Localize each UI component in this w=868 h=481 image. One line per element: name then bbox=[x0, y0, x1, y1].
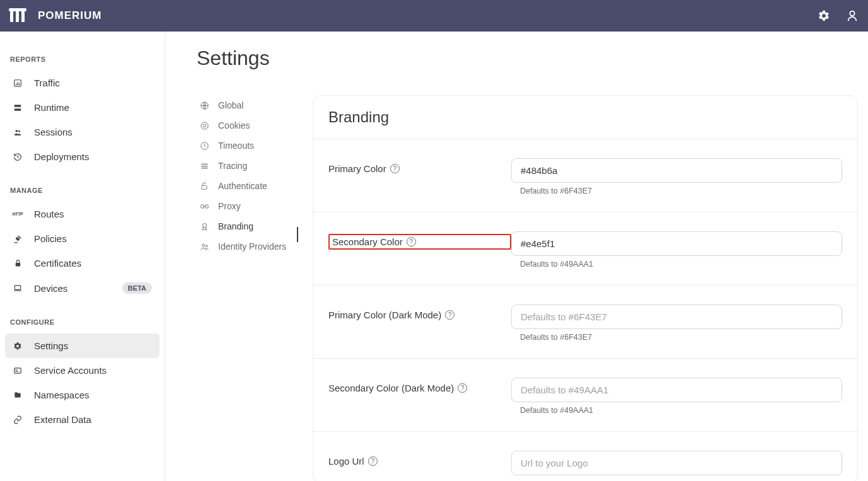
input-primary-color[interactable] bbox=[511, 158, 842, 183]
gear-icon[interactable] bbox=[818, 9, 830, 22]
proxy-icon bbox=[199, 202, 209, 211]
subnav-item-label: Authenticate bbox=[218, 181, 267, 191]
subnav-item-branding[interactable]: Branding bbox=[197, 216, 298, 236]
svg-point-21 bbox=[205, 124, 205, 125]
form-helper-text: Defaults to #49AAA1 bbox=[511, 256, 842, 277]
form-label-text: Primary Color bbox=[328, 163, 386, 174]
subnav-item-label: Proxy bbox=[218, 201, 241, 211]
sidebar-item-label: Traffic bbox=[34, 78, 152, 88]
brand[interactable]: POMERIUM bbox=[9, 8, 102, 23]
form-helper-text: Defaults to #6F43E7 bbox=[511, 329, 842, 351]
sidebar-item-label: Policies bbox=[34, 233, 152, 244]
svg-point-4 bbox=[850, 11, 854, 16]
input-secondary-color[interactable] bbox=[511, 231, 842, 256]
id-icon bbox=[13, 366, 23, 375]
form-label-text: Primary Color (Dark Mode) bbox=[328, 310, 441, 320]
gavel-icon bbox=[13, 235, 23, 243]
sidebar-item-settings[interactable]: Settings bbox=[5, 333, 159, 358]
form-row-primary-color-dark-mode-: Primary Color (Dark Mode)?Defaults to #6… bbox=[313, 286, 857, 359]
sidebar-item-external-data[interactable]: External Data bbox=[5, 407, 159, 432]
svg-rect-15 bbox=[14, 368, 21, 373]
svg-rect-7 bbox=[17, 82, 18, 85]
history-icon bbox=[13, 153, 23, 161]
input-primary-color-dark-mode-[interactable] bbox=[511, 304, 842, 329]
sidebar-item-namespaces[interactable]: Namespaces bbox=[5, 383, 159, 407]
subnav-item-global[interactable]: Global bbox=[197, 95, 298, 115]
sidebar-item-routes[interactable]: HTTPRoutes bbox=[5, 202, 159, 226]
subnav-item-label: Timeouts bbox=[218, 141, 254, 151]
form-row-secondary-color-dark-mode-: Secondary Color (Dark Mode)?Defaults to … bbox=[313, 359, 857, 432]
svg-rect-27 bbox=[205, 205, 207, 208]
clock-icon bbox=[199, 141, 209, 151]
form-label: Primary Color? bbox=[328, 158, 511, 174]
beta-badge: BETA bbox=[122, 282, 152, 294]
svg-rect-10 bbox=[14, 108, 21, 111]
svg-point-12 bbox=[18, 130, 20, 132]
help-icon[interactable]: ? bbox=[458, 383, 467, 393]
svg-point-28 bbox=[202, 223, 206, 227]
sidebar-item-sessions[interactable]: Sessions bbox=[5, 120, 159, 144]
form-row-logo-url: Logo Url? bbox=[313, 432, 857, 481]
svg-rect-17 bbox=[16, 371, 19, 371]
cookie-icon bbox=[199, 121, 209, 130]
form-label: Primary Color (Dark Mode)? bbox=[328, 304, 511, 320]
subnav-item-authenticate[interactable]: Authenticate bbox=[197, 176, 298, 196]
svg-rect-13 bbox=[15, 263, 20, 266]
svg-rect-1 bbox=[16, 11, 19, 22]
svg-rect-6 bbox=[16, 83, 16, 85]
svg-point-22 bbox=[203, 126, 204, 127]
help-icon[interactable]: ? bbox=[368, 456, 378, 466]
input-logo-url[interactable] bbox=[511, 451, 842, 475]
form-label: Logo Url? bbox=[328, 451, 511, 467]
form-label-text: Secondary Color bbox=[332, 236, 403, 247]
svg-point-11 bbox=[16, 129, 18, 132]
sidebar-item-policies[interactable]: Policies bbox=[5, 226, 159, 251]
sidebar-item-service-accounts[interactable]: Service Accounts bbox=[5, 358, 159, 383]
settings-subnav: GlobalCookiesTimeoutsTracingAuthenticate… bbox=[197, 95, 298, 257]
sidebar-item-label: Service Accounts bbox=[34, 365, 152, 376]
panel-title: Branding bbox=[328, 108, 842, 126]
lock-open-icon bbox=[199, 182, 209, 190]
form-label: Secondary Color (Dark Mode)? bbox=[328, 378, 511, 393]
help-icon[interactable]: ? bbox=[445, 310, 454, 320]
sidebar-item-certificates[interactable]: Certificates bbox=[5, 251, 159, 275]
sidebar-section-title: CONFIGURE bbox=[5, 301, 159, 333]
chart-icon bbox=[13, 79, 23, 88]
svg-rect-25 bbox=[202, 185, 207, 189]
laptop-icon bbox=[13, 284, 23, 293]
svg-point-30 bbox=[205, 245, 207, 246]
help-icon[interactable]: ? bbox=[390, 164, 400, 173]
svg-rect-9 bbox=[14, 105, 21, 107]
svg-rect-14 bbox=[14, 286, 20, 289]
branding-panel: Branding Primary Color?Defaults to #6F43… bbox=[313, 95, 858, 481]
sidebar-item-traffic[interactable]: Traffic bbox=[5, 71, 159, 95]
input-secondary-color-dark-mode-[interactable] bbox=[511, 378, 842, 402]
user-icon[interactable] bbox=[845, 9, 859, 23]
sidebar-section-title: REPORTS bbox=[5, 37, 159, 71]
sidebar: REPORTSTrafficRuntimeSessionsDeployments… bbox=[0, 32, 165, 481]
subnav-item-label: Identity Providers bbox=[218, 241, 286, 252]
svg-rect-0 bbox=[10, 11, 13, 22]
users-icon bbox=[13, 128, 23, 137]
svg-rect-8 bbox=[19, 83, 20, 85]
subnav-item-label: Global bbox=[218, 100, 243, 110]
subnav-item-label: Cookies bbox=[218, 120, 250, 130]
subnav-item-tracing[interactable]: Tracing bbox=[197, 156, 298, 176]
link-icon bbox=[13, 415, 23, 424]
lock-icon bbox=[13, 259, 23, 267]
subnav-item-timeouts[interactable]: Timeouts bbox=[197, 136, 298, 156]
subnav-item-cookies[interactable]: Cookies bbox=[197, 115, 298, 136]
sidebar-item-label: Runtime bbox=[34, 102, 152, 113]
svg-point-29 bbox=[202, 244, 204, 246]
sidebar-item-runtime[interactable]: Runtime bbox=[5, 95, 159, 120]
help-icon[interactable]: ? bbox=[407, 237, 416, 246]
topbar: POMERIUM bbox=[0, 0, 868, 32]
form-label-text: Secondary Color (Dark Mode) bbox=[328, 383, 454, 393]
form-label: Secondary Color? bbox=[328, 234, 511, 250]
subnav-item-proxy[interactable]: Proxy bbox=[197, 196, 298, 216]
subnav-item-identity-providers[interactable]: Identity Providers bbox=[197, 236, 298, 257]
sidebar-item-devices[interactable]: DevicesBETA bbox=[5, 275, 159, 301]
sidebar-item-deployments[interactable]: Deployments bbox=[5, 144, 159, 169]
gear-icon bbox=[13, 342, 23, 351]
sidebar-item-label: Namespaces bbox=[34, 390, 152, 400]
